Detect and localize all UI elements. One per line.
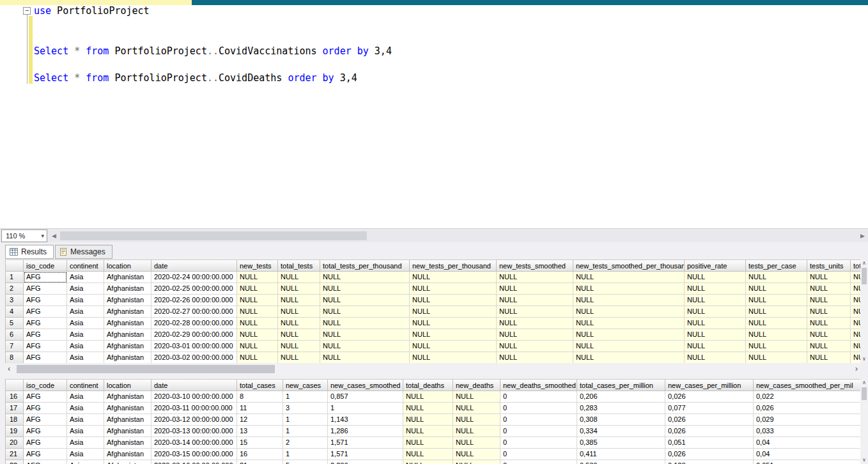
grid-cell[interactable]: Asia — [67, 460, 104, 464]
grid-cell[interactable]: NULL — [320, 272, 410, 283]
grid-cell[interactable]: NULL — [746, 329, 807, 341]
grid-cell[interactable]: 2020-02-28 00:00:00.000 — [151, 318, 237, 329]
grid-cell[interactable]: Asia — [67, 414, 104, 426]
grid-cell[interactable]: 1 — [283, 414, 328, 426]
grid-cell[interactable]: 0,857 — [328, 391, 403, 403]
grid-cell[interactable]: 16 — [237, 449, 283, 460]
grid-cell[interactable]: Afghanistan — [104, 329, 151, 341]
row-number[interactable]: 6 — [6, 329, 24, 341]
grid-cell[interactable]: Asia — [67, 341, 104, 352]
grid-cell[interactable]: 0,033 — [754, 426, 860, 437]
grid-cell[interactable]: Afghanistan — [104, 437, 151, 449]
grid-cell[interactable]: 0,04 — [754, 449, 860, 460]
grid-corner-header[interactable] — [6, 380, 24, 391]
column-header[interactable]: new_tests — [237, 260, 278, 272]
grid-cell[interactable]: 2,286 — [328, 460, 403, 464]
grid-cell[interactable]: NULL — [237, 352, 278, 363]
scroll-up-icon[interactable]: ∧ — [860, 259, 868, 267]
grid-cell[interactable]: 0,283 — [577, 403, 665, 414]
grid-cell[interactable]: NULL — [746, 272, 807, 283]
grid-cell[interactable]: NULL — [807, 272, 851, 283]
grid-cell[interactable]: NU — [851, 329, 860, 341]
grid-cell[interactable]: Asia — [67, 437, 104, 449]
grid-cell[interactable]: NULL — [410, 341, 497, 352]
grid-cell[interactable]: NULL — [410, 329, 497, 341]
grid-cell[interactable]: 1 — [328, 403, 403, 414]
grid-cell[interactable]: AFG — [24, 426, 67, 437]
grid-cell[interactable]: 2020-02-29 00:00:00.000 — [151, 329, 237, 341]
grid-cell[interactable]: Asia — [67, 295, 104, 306]
column-header[interactable]: date — [151, 260, 237, 272]
grid-cell[interactable]: 8 — [237, 391, 283, 403]
grid-cell[interactable]: NULL — [746, 318, 807, 329]
grid-cell[interactable]: NULL — [497, 306, 573, 318]
grid-cell[interactable]: 2020-03-14 00:00:00.000 — [151, 437, 237, 449]
column-header[interactable]: total_deaths — [403, 380, 453, 391]
grid-cell[interactable]: 0,026 — [754, 403, 860, 414]
grid-cell[interactable]: Asia — [67, 329, 104, 341]
grid-cell[interactable]: NULL — [497, 295, 573, 306]
grid-cell[interactable]: NULL — [278, 318, 320, 329]
grid-cell[interactable]: NULL — [320, 283, 410, 295]
grid-cell[interactable]: AFG — [24, 460, 67, 464]
grid-cell[interactable]: 1 — [283, 391, 328, 403]
grid-cell[interactable]: 0,029 — [754, 414, 860, 426]
row-number[interactable]: 7 — [6, 341, 24, 352]
grid-cell[interactable]: NULL — [685, 329, 746, 341]
row-number[interactable]: 1 — [6, 272, 24, 283]
grid-cell[interactable]: NULL — [320, 329, 410, 341]
grid-cell[interactable]: Asia — [67, 403, 104, 414]
grid-cell[interactable]: NULL — [453, 426, 500, 437]
grid-cell[interactable]: 2020-02-24 00:00:00.000 — [151, 272, 237, 283]
grid-cell[interactable]: NULL — [573, 306, 685, 318]
grid-cell[interactable]: 0,026 — [665, 414, 754, 426]
grid-cell[interactable]: Afghanistan — [104, 426, 151, 437]
grid-cell[interactable]: NULL — [497, 272, 573, 283]
grid-cell[interactable]: 2020-03-01 00:00:00.000 — [151, 341, 237, 352]
grid-cell[interactable]: 2020-02-25 00:00:00.000 — [151, 283, 237, 295]
grid-cell[interactable]: 2 — [283, 437, 328, 449]
grid-cell[interactable]: 0,022 — [754, 391, 860, 403]
grid-cell[interactable]: NULL — [685, 272, 746, 283]
grid-cell[interactable]: NULL — [685, 352, 746, 363]
scroll-down-icon[interactable]: ∨ — [860, 355, 868, 363]
grid-cell[interactable]: AFG — [24, 414, 67, 426]
grid-cell[interactable]: NULL — [278, 295, 320, 306]
grid-cell[interactable]: NU — [851, 341, 860, 352]
grid-cell[interactable]: NULL — [237, 329, 278, 341]
row-number[interactable]: 19 — [6, 426, 24, 437]
grid-cell[interactable]: AFG — [24, 449, 67, 460]
grid-cell[interactable]: NULL — [573, 341, 685, 352]
grid-cell[interactable]: NULL — [807, 352, 851, 363]
grid-cell[interactable]: AFG — [24, 329, 67, 341]
grid-cell[interactable]: 1,286 — [328, 426, 403, 437]
grid-cell[interactable]: 0,051 — [665, 437, 754, 449]
grid-cell[interactable]: NULL — [278, 352, 320, 363]
grid-cell[interactable]: NULL — [497, 329, 573, 341]
sql-query-editor[interactable]: − use PortfolioProjectSelect * from Port… — [0, 5, 868, 228]
row-number[interactable]: 21 — [6, 449, 24, 460]
grid-cell[interactable]: NULL — [497, 283, 573, 295]
grid-cell[interactable]: NULL — [807, 318, 851, 329]
grid-cell[interactable]: 0 — [500, 460, 577, 464]
grid-cell[interactable]: NULL — [573, 352, 685, 363]
grid-cell[interactable]: 1,571 — [328, 437, 403, 449]
grid-cell[interactable]: Afghanistan — [104, 403, 151, 414]
grid-cell[interactable]: NULL — [237, 295, 278, 306]
zoom-dropdown[interactable]: 110 % ▾ — [1, 229, 47, 242]
row-number[interactable]: 18 — [6, 414, 24, 426]
grid-cell[interactable]: NULL — [237, 306, 278, 318]
grid-cell[interactable]: NULL — [403, 414, 453, 426]
grid-cell[interactable]: 2020-02-27 00:00:00.000 — [151, 306, 237, 318]
grid-cell[interactable]: NULL — [497, 352, 573, 363]
column-header[interactable]: new_cases_smoothed — [328, 380, 403, 391]
grid-cell[interactable]: 2020-03-16 00:00:00.000 — [151, 460, 237, 464]
grid-cell[interactable]: Afghanistan — [104, 352, 151, 363]
grid-cell[interactable]: NULL — [746, 306, 807, 318]
grid-cell[interactable]: Afghanistan — [104, 306, 151, 318]
grid-cell[interactable]: NULL — [237, 272, 278, 283]
grid-cell[interactable]: NULL — [320, 352, 410, 363]
grid-cell[interactable]: Afghanistan — [104, 460, 151, 464]
grid-cell[interactable]: NU — [851, 352, 860, 363]
grid-cell[interactable]: NULL — [403, 449, 453, 460]
